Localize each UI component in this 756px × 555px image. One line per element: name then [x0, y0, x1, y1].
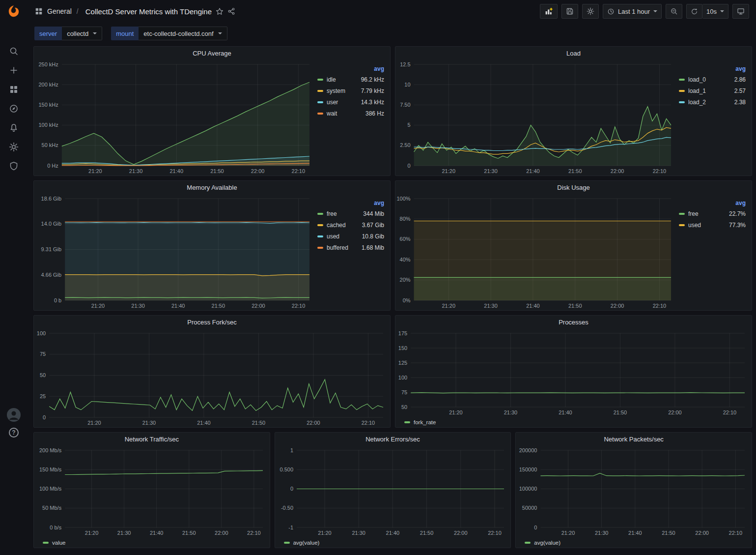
- legend-swatch: [404, 421, 410, 423]
- chart-area[interactable]: 02.5057.501012.521:2021:3021:4021:5022:0…: [395, 59, 678, 175]
- chart-area[interactable]: 05000010000015000020000021:2021:3021:402…: [516, 445, 752, 537]
- chart-disk-usage[interactable]: 0%20%40%60%80%100%21:2021:3021:4021:5022…: [395, 194, 678, 310]
- panel-title[interactable]: Process Fork/sec: [34, 316, 390, 328]
- panel-title[interactable]: Network Errors/sec: [275, 433, 511, 445]
- breadcrumb-separator: /: [77, 7, 79, 15]
- variable-value-dropdown[interactable]: collectd: [62, 27, 102, 40]
- legend: avgload_02.86load_12.57load_22.38: [678, 59, 752, 175]
- legend-item[interactable]: load_22.38: [679, 96, 746, 108]
- y-axis-label: 150000: [519, 467, 537, 472]
- grafana-logo[interactable]: [6, 4, 21, 19]
- legend-series-name: buffered: [327, 244, 348, 251]
- panel-title[interactable]: CPU Average: [34, 47, 390, 59]
- alerting-bell-icon[interactable]: [9, 123, 19, 133]
- x-axis-label: 21:50: [420, 530, 434, 536]
- legend-item[interactable]: avg(value): [525, 537, 560, 548]
- help-icon[interactable]: ?: [9, 428, 19, 438]
- chart-area[interactable]: 025507510021:2021:3021:4021:5022:0022:10: [34, 328, 390, 427]
- legend-item[interactable]: cached3.67 Gib: [317, 219, 384, 231]
- chart-area[interactable]: 507510012515017521:2021:3021:4021:5022:0…: [395, 328, 752, 417]
- dashboard-settings-button[interactable]: [582, 4, 599, 19]
- panel-body: 02.5057.501012.521:2021:3021:4021:5022:0…: [395, 59, 752, 175]
- panel-disk-usage: Disk Usage0%20%40%60%80%100%21:2021:3021…: [395, 180, 752, 311]
- y-axis-label: 14.0 Gib: [41, 221, 62, 227]
- gear-icon: [587, 7, 594, 15]
- chart-process-fork[interactable]: 025507510021:2021:3021:4021:5022:0022:10: [34, 328, 390, 427]
- server-admin-shield-icon[interactable]: [9, 161, 19, 171]
- legend-item[interactable]: idle96.2 kHz: [317, 74, 384, 85]
- variable-value-text: etc-collectd-collectd.conf: [143, 30, 213, 37]
- explore-compass-icon[interactable]: [9, 104, 19, 114]
- question-mark-glyph: ?: [9, 428, 19, 438]
- chart-area[interactable]: 0 Hz50 kHz100 kHz150 kHz200 kHz250 kHz21…: [34, 59, 316, 175]
- configuration-gear-icon[interactable]: [9, 142, 19, 152]
- x-axis-label: 21:30: [504, 409, 518, 415]
- legend-swatch: [317, 235, 323, 237]
- legend-item[interactable]: user14.3 kHz: [317, 96, 384, 108]
- legend-item[interactable]: load_12.57: [679, 85, 746, 96]
- variable-value-dropdown[interactable]: etc-collectd-collectd.conf: [139, 27, 227, 40]
- chart-area[interactable]: -1-0.5000.500121:2021:3021:4021:5022:002…: [275, 445, 511, 537]
- legend-series-value: 10.8 Gib: [362, 233, 384, 240]
- refresh-interval-picker[interactable]: 10s: [702, 4, 728, 19]
- series-line-avg(value): [541, 473, 745, 476]
- zoom-out-button[interactable]: [666, 4, 682, 19]
- legend-series-value: 77.3%: [729, 222, 746, 229]
- dashboard-title[interactable]: CollectD Server Metrics with TDengine: [85, 7, 212, 16]
- user-avatar[interactable]: [7, 408, 21, 422]
- search-icon[interactable]: [9, 46, 19, 56]
- legend-item[interactable]: value: [43, 537, 66, 548]
- legend-item[interactable]: load_02.86: [679, 74, 746, 85]
- legend-swatch: [317, 224, 323, 226]
- x-axis-label: 22:00: [454, 530, 468, 536]
- y-axis-label: 100000: [519, 486, 537, 492]
- panel-title[interactable]: Load: [395, 47, 752, 59]
- panel-title[interactable]: Network Traffic/sec: [34, 433, 270, 445]
- chart-area[interactable]: 0 b4.66 Gib9.31 Gib14.0 Gib18.6 Gib21:20…: [34, 194, 316, 310]
- legend-item[interactable]: free344 Mib: [317, 208, 384, 219]
- panel-body: 0 b4.66 Gib9.31 Gib14.0 Gib18.6 Gib21:20…: [34, 194, 390, 310]
- legend-series-value: 7.79 kHz: [361, 88, 384, 94]
- panel-title[interactable]: Memory Available: [34, 181, 390, 194]
- x-axis-label: 21:40: [628, 530, 642, 536]
- chart-memory-available[interactable]: 0 b4.66 Gib9.31 Gib14.0 Gib18.6 Gib21:20…: [34, 194, 316, 310]
- chart-processes[interactable]: 507510012515017521:2021:3021:4021:5022:0…: [395, 328, 752, 417]
- chart-load[interactable]: 02.5057.501012.521:2021:3021:4021:5022:0…: [395, 59, 678, 175]
- legend-item[interactable]: free22.7%: [679, 208, 746, 219]
- legend-series-value: 2.38: [734, 99, 746, 106]
- chart-area[interactable]: 0 b/s50 Mb/s100 Mb/s150 Mb/s200 Mb/s21:2…: [34, 445, 270, 537]
- legend-item[interactable]: fork_rate: [404, 417, 436, 427]
- panel-body: 507510012515017521:2021:3021:4021:5022:0…: [395, 328, 752, 417]
- create-plus-icon[interactable]: [9, 65, 19, 75]
- x-axis-label: 22:10: [729, 530, 743, 536]
- legend-item[interactable]: avg(value): [284, 537, 320, 548]
- breadcrumb-general[interactable]: General: [47, 7, 72, 15]
- legend-series-value: 386 Hz: [365, 110, 384, 117]
- legend-item[interactable]: wait386 Hz: [317, 108, 384, 119]
- share-icon[interactable]: [227, 7, 235, 15]
- x-axis-label: 22:10: [362, 420, 375, 426]
- legend-item[interactable]: system7.79 kHz: [317, 85, 384, 96]
- legend-item[interactable]: used10.8 Gib: [317, 231, 384, 242]
- panel-body: 0 Hz50 kHz100 kHz150 kHz200 kHz250 kHz21…: [34, 59, 390, 175]
- panel-body: 0 b/s50 Mb/s100 Mb/s150 Mb/s200 Mb/s21:2…: [34, 445, 270, 537]
- chart-cpu-average[interactable]: 0 Hz50 kHz100 kHz150 kHz200 kHz250 kHz21…: [34, 59, 316, 175]
- panel-title[interactable]: Disk Usage: [395, 181, 752, 194]
- chart-network-errors[interactable]: -1-0.5000.500121:2021:3021:4021:5022:002…: [275, 445, 511, 537]
- navbar: General / CollectD Server Metrics with T…: [28, 0, 756, 23]
- chart-network-traffic[interactable]: 0 b/s50 Mb/s100 Mb/s150 Mb/s200 Mb/s21:2…: [34, 445, 270, 537]
- panel-title[interactable]: Network Packets/sec: [516, 433, 752, 445]
- refresh-button[interactable]: [686, 4, 702, 19]
- legend-item[interactable]: buffered1.68 Mib: [317, 242, 384, 253]
- add-panel-button[interactable]: [540, 4, 558, 19]
- chart-network-packets[interactable]: 05000010000015000020000021:2021:3021:402…: [516, 445, 752, 537]
- time-range-picker[interactable]: Last 1 hour: [603, 4, 662, 19]
- panel-title[interactable]: Processes: [395, 316, 752, 328]
- y-axis-label: 200 Mb/s: [39, 447, 62, 453]
- dashboards-icon[interactable]: [9, 85, 19, 94]
- chart-area[interactable]: 0%20%40%60%80%100%21:2021:3021:4021:5022…: [395, 194, 678, 310]
- legend-item[interactable]: used77.3%: [679, 219, 746, 231]
- star-icon[interactable]: [216, 7, 224, 15]
- cycle-view-mode-button[interactable]: [732, 4, 749, 19]
- save-dashboard-button[interactable]: [561, 4, 578, 19]
